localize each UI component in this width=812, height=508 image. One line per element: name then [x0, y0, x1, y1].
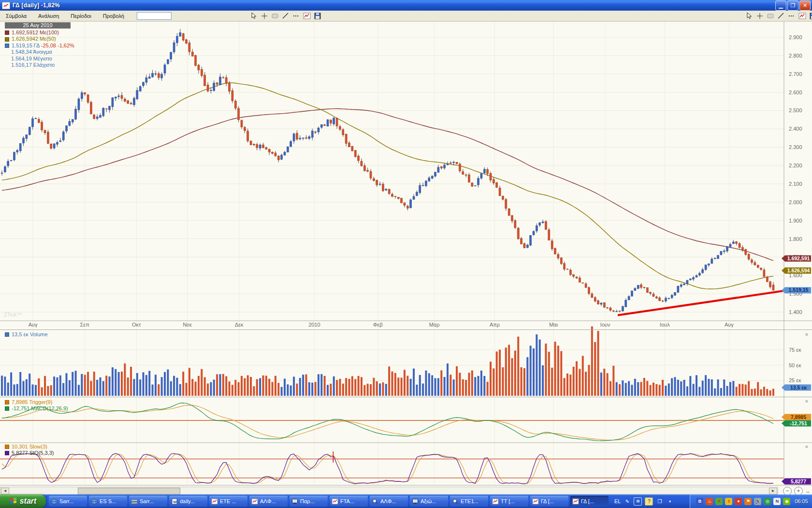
svg-text:2.900: 2.900: [789, 34, 802, 40]
keyboard-icon[interactable]: ▤: [634, 497, 642, 506]
svg-text:1.800: 1.800: [789, 236, 802, 242]
volume-legend-swatch: [5, 332, 9, 337]
svg-text:1.400: 1.400: [789, 309, 802, 315]
svg-text:Αυγ: Αυγ: [725, 322, 734, 328]
scrollbar-thumb[interactable]: [78, 488, 180, 494]
svg-text:5,8277: 5,8277: [791, 478, 806, 484]
monitor-icon: [412, 498, 419, 505]
taskbar-button-10[interactable]: Αξιώ...: [410, 496, 448, 507]
taskbar-button-label: ΑΛΦ...: [380, 498, 396, 504]
taskbar-button-label: FTA...: [340, 498, 354, 504]
svg-text:2.800: 2.800: [789, 53, 802, 59]
flag-tray-icon[interactable]: ⚑: [744, 498, 752, 505]
taskbar-button-3[interactable]: Sarr...: [129, 496, 167, 507]
taskbar-button-label: Sarr...: [140, 498, 154, 504]
svg-text:Οκτ: Οκτ: [132, 322, 141, 328]
horizontal-scrollbar[interactable]: ◄ ►: [0, 487, 778, 494]
globe-icon: [51, 498, 58, 505]
taskbar-button-label: Αξιώ...: [420, 498, 436, 504]
svg-text:Απρ: Απρ: [490, 322, 500, 328]
start-button[interactable]: start: [0, 494, 46, 508]
cursor-date-tag: 25 Αυγ 2010: [5, 22, 71, 29]
svg-text:Φεβ: Φεβ: [373, 322, 383, 328]
magnifier-icon: [452, 498, 459, 505]
legend-swatch: [5, 44, 9, 48]
svg-text:25 εκ: 25 εκ: [789, 377, 801, 383]
svg-text:2.600: 2.600: [789, 90, 802, 95]
system-tray: B♨✕!●⚑🔊◎N◉ 06:05: [690, 494, 812, 508]
legend-change: -25,08 -1,62%: [41, 43, 74, 49]
legend-row-4: 1.548,34 Άνοιγμα: [5, 49, 74, 55]
volume-pane-close-icon[interactable]: ✕: [804, 332, 810, 338]
clock: 06:05: [795, 498, 808, 504]
svg-text:2.700: 2.700: [789, 71, 802, 77]
puzzle-error-tray-icon[interactable]: ✕: [715, 498, 723, 505]
green-ring-tray-icon[interactable]: ◎: [764, 498, 771, 505]
legend-row-2: 1.626,5942 Με(50): [5, 36, 74, 42]
taskbar-button-label: ETE ...: [220, 498, 236, 504]
security-shield-tray-icon[interactable]: !: [725, 498, 732, 505]
magnifier-icon: [372, 498, 378, 505]
svg-text:W: W: [173, 500, 177, 504]
volume-tray-icon[interactable]: 🔊: [754, 498, 761, 505]
macd-pane-close-icon[interactable]: ✕: [804, 399, 810, 404]
taskbar-button-1[interactable]: Sarr...: [49, 496, 87, 507]
svg-text:-12,751: -12,751: [790, 420, 807, 426]
volume-tag: 13,5 εκ: [782, 384, 811, 390]
legend-swatch: [5, 30, 9, 35]
svg-text:Νοε: Νοε: [183, 322, 192, 328]
help-icon[interactable]: ?: [645, 497, 653, 506]
svg-text:75 εκ: 75 εκ: [789, 347, 801, 353]
taskbar-button-label: ΑΛΦ...: [260, 498, 276, 504]
bank-card-tray-icon[interactable]: N: [773, 498, 781, 505]
taskbar-button-2[interactable]: ES S...: [89, 496, 127, 507]
price-tag-2: 1.626,594: [782, 268, 811, 274]
chart-icon: [211, 498, 218, 505]
windows-logo-icon: [10, 497, 17, 505]
chart-icon: [251, 498, 258, 505]
scroll-left-arrow-icon[interactable]: ◄: [1, 488, 9, 494]
taskbar-button-label: ΕΤΕ1...: [461, 498, 478, 504]
svg-text:Μαρ: Μαρ: [429, 322, 440, 328]
chart-icon: [532, 498, 539, 505]
globe-icon: [91, 498, 98, 505]
language-bar: EL ✎ ▤ ? ❐ ▾: [614, 497, 673, 506]
taskbar-button-6[interactable]: ΑΛΦ...: [249, 496, 288, 507]
price-tag-1: 1.692,591: [782, 255, 811, 262]
language-indicator[interactable]: EL: [614, 498, 621, 504]
application-window: ΓΔ [daily] -1,82% ▁ ❐ ✕ ΣύμβολαΑνάλυσηΠε…: [0, 0, 812, 508]
scroll-right-arrow-icon[interactable]: ►: [769, 488, 777, 494]
taskbar-button-12[interactable]: ΤΤ [...: [490, 496, 528, 507]
taskbar-button-4[interactable]: Wdaily...: [169, 496, 207, 507]
taskbar-button-9[interactable]: ΑΛΦ...: [370, 496, 408, 507]
stoch-legend: 5,8277 StO(5,3,3): [5, 450, 54, 456]
legend-text: 1.692,5912 Με(100): [12, 30, 59, 36]
mail-tray-icon[interactable]: ●: [735, 498, 742, 505]
chevron-down-icon[interactable]: ▾: [666, 498, 673, 505]
svg-text:Μαι: Μαι: [549, 322, 558, 328]
fit-width-icon[interactable]: ↔: [805, 488, 811, 494]
taskbar-button-8[interactable]: FTA...: [330, 496, 368, 507]
svg-text:2.300: 2.300: [789, 144, 802, 150]
stoch-pane-close-icon[interactable]: ✕: [804, 444, 810, 450]
swirl-tray-icon[interactable]: ◉: [783, 498, 790, 505]
legend-swatch: [5, 37, 9, 42]
taskbar-button-7[interactable]: Παρ...: [290, 496, 328, 507]
taskbar-button-13[interactable]: ΓΔ [...: [530, 496, 568, 507]
macd-trigger-legend: 7,8985 Trigger(9): [5, 399, 52, 405]
svg-text:2010: 2010: [308, 322, 320, 328]
babylon-tray-icon[interactable]: B: [696, 498, 703, 505]
pen-icon[interactable]: ✎: [624, 498, 631, 505]
restore-toolbar-icon[interactable]: ❐: [656, 498, 663, 505]
svg-text:13,5 εκ: 13,5 εκ: [790, 385, 807, 390]
taskbar-button-14-active[interactable]: ΓΔ [...: [570, 496, 609, 507]
legend-text: 1.626,5942 Με(50): [12, 36, 56, 42]
taskbar-button-label: ΓΔ [...: [541, 498, 554, 504]
taskbar-button-5[interactable]: ETE ...: [209, 496, 247, 507]
doc-icon: W: [171, 498, 178, 505]
java-tray-icon[interactable]: ♨: [706, 498, 713, 505]
monitor-icon: [291, 498, 298, 505]
chart-canvas[interactable]: 2.9002.8002.7002.6002.5002.4002.3002.200…: [0, 0, 812, 487]
taskbar-button-label: ΓΔ [...: [581, 498, 594, 504]
taskbar-button-11[interactable]: ΕΤΕ1...: [450, 496, 488, 507]
